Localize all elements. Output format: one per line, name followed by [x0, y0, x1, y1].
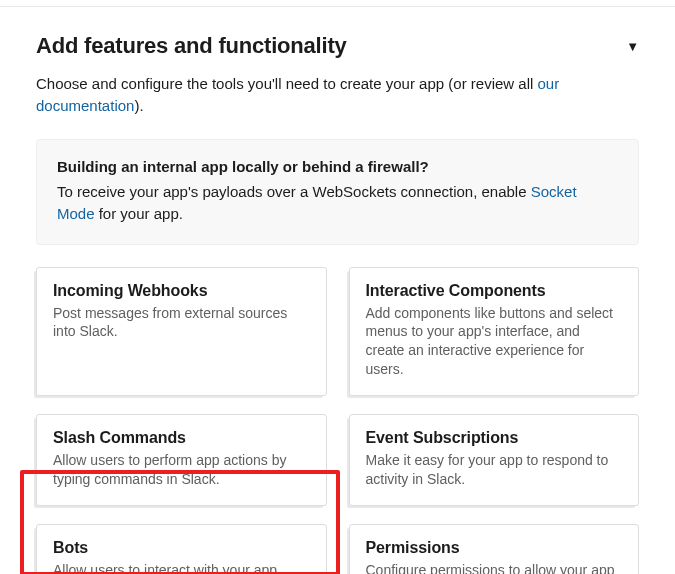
card-bots[interactable]: Bots Allow users to interact with your a… — [36, 524, 327, 574]
card-desc: Make it easy for your app to respond to … — [366, 451, 623, 489]
card-title: Slash Commands — [53, 429, 310, 447]
section-header[interactable]: Add features and functionality ▼ — [36, 33, 639, 59]
intro-text: Choose and configure the tools you'll ne… — [36, 73, 639, 117]
section-title: Add features and functionality — [36, 33, 347, 59]
callout-body: To receive your app's payloads over a We… — [57, 181, 618, 226]
card-interactive-components[interactable]: Interactive Components Add components li… — [349, 267, 640, 397]
card-title: Bots — [53, 539, 310, 557]
card-desc: Configure permissions to allow your app … — [366, 561, 623, 574]
card-event-subscriptions[interactable]: Event Subscriptions Make it easy for you… — [349, 414, 640, 506]
card-title: Interactive Components — [366, 282, 623, 300]
callout-body-prefix: To receive your app's payloads over a We… — [57, 183, 531, 200]
card-desc: Allow users to interact with your app th… — [53, 561, 310, 574]
intro-prefix: Choose and configure the tools you'll ne… — [36, 75, 538, 92]
callout-body-suffix: for your app. — [95, 205, 183, 222]
card-desc: Post messages from external sources into… — [53, 304, 310, 342]
card-incoming-webhooks[interactable]: Incoming Webhooks Post messages from ext… — [36, 267, 327, 397]
callout-title: Building an internal app locally or behi… — [57, 158, 618, 175]
card-title: Event Subscriptions — [366, 429, 623, 447]
intro-suffix: ). — [134, 97, 143, 114]
card-slash-commands[interactable]: Slash Commands Allow users to perform ap… — [36, 414, 327, 506]
socket-mode-callout: Building an internal app locally or behi… — [36, 139, 639, 245]
caret-down-icon: ▼ — [626, 39, 639, 54]
card-permissions[interactable]: Permissions Configure permissions to all… — [349, 524, 640, 574]
card-desc: Add components like buttons and select m… — [366, 304, 623, 380]
card-desc: Allow users to perform app actions by ty… — [53, 451, 310, 489]
feature-grid: Incoming Webhooks Post messages from ext… — [36, 267, 639, 575]
card-title: Incoming Webhooks — [53, 282, 310, 300]
card-title: Permissions — [366, 539, 623, 557]
